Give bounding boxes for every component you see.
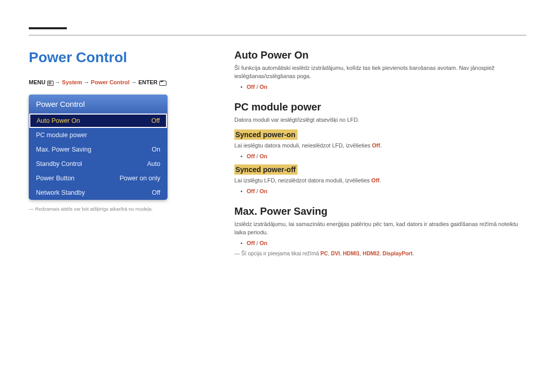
text: . — [380, 142, 382, 148]
option-on: On — [260, 188, 267, 194]
heading-max-power-saving: Max. Power Saving — [234, 206, 526, 217]
inline-off: Off — [372, 142, 380, 148]
power-control-panel: Power Control Auto Power On Off PC modul… — [29, 95, 168, 200]
breadcrumb-arrow-3: → — [131, 79, 137, 85]
body-synced-power-off: Lai izslēgtu LFD, neizslēdzot datora mod… — [234, 177, 526, 185]
text: . — [379, 177, 381, 183]
panel-row-value: Off — [152, 189, 160, 196]
header-thick-rule — [29, 27, 67, 29]
panel-row-label: PC module power — [36, 132, 87, 139]
panel-row-label: Auto Power On — [36, 117, 80, 124]
breadcrumb-system: System — [62, 79, 82, 85]
options-synced-power-off: Off / On — [234, 188, 526, 194]
menu-icon — [47, 80, 53, 85]
enter-icon — [159, 80, 165, 85]
mode-pc: PC — [320, 250, 328, 256]
page-content: Power Control MENU → System → Power Cont… — [29, 49, 526, 268]
subheading-synced-power-off: Synced power-off — [234, 164, 298, 175]
options-synced-power-on: Off / On — [234, 153, 526, 159]
text: Lai izslēgtu LFD, neizslēdzot datora mod… — [234, 177, 372, 183]
options-max-power-saving: Off / On — [234, 240, 526, 246]
option-on: On — [260, 153, 267, 159]
panel-row-standby-control[interactable]: Standby Control Auto — [29, 157, 168, 171]
mode-dvi: DVI — [331, 250, 340, 256]
body-pc-module-power: Datora moduli var ieslēgt/izslēgt atsevi… — [234, 116, 526, 124]
panel-row-value: Off — [152, 117, 160, 124]
option-on: On — [260, 84, 267, 90]
option-on: On — [260, 240, 267, 246]
breadcrumb-power-control: Power Control — [91, 79, 130, 85]
breadcrumb-arrow-2: → — [84, 79, 89, 85]
header-thin-rule — [29, 35, 526, 35]
breadcrumb: MENU → System → Power Control → ENTER — [29, 79, 193, 85]
option-off: Off — [247, 188, 255, 194]
body-max-power-saving: Izslēdz izstrādājumu, lai samazinātu ene… — [234, 220, 526, 237]
panel-row-power-button[interactable]: Power Button Power on only — [29, 171, 168, 185]
right-column: Auto Power On Šī funkcija automātiski ie… — [214, 49, 526, 268]
option-off: Off — [247, 84, 255, 90]
section-max-power-saving: Max. Power Saving Izslēdz izstrādājumu, … — [234, 206, 526, 256]
section-auto-power-on: Auto Power On Šī funkcija automātiski ie… — [234, 49, 526, 90]
panel-row-pc-module-power[interactable]: PC module power — [29, 128, 168, 142]
mode-displayport: DisplayPort — [382, 250, 412, 256]
panel-row-network-standby[interactable]: Network Standby Off — [29, 185, 168, 200]
body-synced-power-on: Lai ieslēgtu datora moduli, neieslēdzot … — [234, 142, 526, 150]
mode-hdmi1: HDMI1 — [343, 250, 360, 256]
option-off: Off — [247, 153, 255, 159]
mode-availability-note: Šī opcija ir pieejama tikai režīmā PC, D… — [234, 250, 526, 256]
option-off: Off — [247, 240, 255, 246]
mode-hdmi2: HDMI2 — [363, 250, 380, 256]
breadcrumb-menu: MENU — [29, 79, 45, 85]
panel-row-label: Network Standby — [36, 189, 85, 196]
breadcrumb-arrow-1: → — [55, 79, 61, 85]
inline-off: Off — [372, 177, 380, 183]
panel-footnote: Redzamais attēls var būt atšķirīgs atkar… — [29, 206, 193, 212]
section-pc-module-power: PC module power Datora moduli var ieslēg… — [234, 101, 526, 194]
heading-auto-power-on: Auto Power On — [234, 49, 526, 61]
panel-row-max-power-saving[interactable]: Max. Power Saving On — [29, 142, 168, 157]
heading-pc-module-power: PC module power — [234, 101, 526, 113]
panel-row-label: Standby Control — [36, 160, 82, 167]
left-column: Power Control MENU → System → Power Cont… — [29, 49, 214, 268]
panel-row-value: Power on only — [120, 175, 160, 182]
panel-row-value: Auto — [147, 160, 160, 167]
subheading-synced-power-on: Synced power-on — [234, 129, 298, 140]
panel-row-label: Power Button — [36, 175, 75, 182]
body-auto-power-on: Šī funkcija automātiski ieslēdz izstrādā… — [234, 64, 526, 81]
breadcrumb-enter: ENTER — [138, 79, 157, 85]
options-auto-power-on: Off / On — [234, 84, 526, 90]
page-title: Power Control — [29, 49, 193, 66]
text: Lai ieslēgtu datora moduli, neieslēdzot … — [234, 142, 372, 148]
panel-row-label: Max. Power Saving — [36, 146, 91, 153]
panel-row-value: On — [152, 146, 160, 153]
text: . — [413, 250, 414, 256]
panel-row-auto-power-on[interactable]: Auto Power On Off — [29, 114, 167, 128]
text: Šī opcija ir pieejama tikai režīmā — [241, 250, 320, 256]
panel-title: Power Control — [29, 95, 168, 114]
